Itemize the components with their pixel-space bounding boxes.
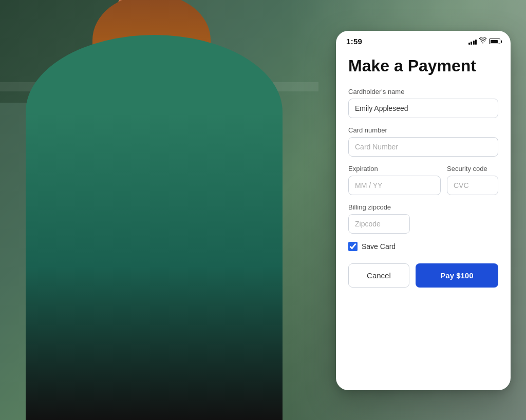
signal-bar-4 [475, 40, 477, 45]
status-bar: 1:59 [336, 31, 511, 50]
battery-icon [489, 39, 500, 44]
security-code-label: Security code [447, 165, 498, 173]
button-row: Cancel Pay $100 [348, 263, 498, 288]
security-code-input[interactable] [447, 176, 498, 195]
battery-fill [491, 40, 498, 43]
signal-bars-icon [468, 39, 477, 45]
phone-modal: 1:59 Make a Payment [336, 31, 511, 390]
modal-content: Make a Payment Cardholder's name Card nu… [336, 50, 511, 390]
card-number-input[interactable] [348, 137, 498, 157]
signal-bar-1 [468, 43, 470, 45]
pay-button[interactable]: Pay $100 [416, 263, 498, 288]
save-card-label[interactable]: Save Card [362, 242, 396, 251]
expiration-label: Expiration [348, 165, 441, 173]
expiration-input[interactable] [348, 176, 441, 195]
signal-bar-3 [473, 41, 475, 45]
security-code-group: Security code [447, 165, 498, 195]
expiry-security-row: Expiration Security code [348, 165, 498, 203]
wifi-icon [479, 37, 486, 45]
status-time: 1:59 [346, 37, 362, 46]
cardholder-name-group: Cardholder's name [348, 88, 498, 118]
billing-zipcode-group: Billing zipcode [348, 203, 498, 234]
status-icons [468, 37, 501, 45]
cancel-button[interactable]: Cancel [348, 263, 409, 288]
card-number-group: Card number [348, 126, 498, 157]
billing-zipcode-label: Billing zipcode [348, 203, 498, 211]
billing-zipcode-input[interactable] [348, 214, 410, 234]
cardholder-name-input[interactable] [348, 99, 498, 118]
save-card-checkbox[interactable] [348, 242, 358, 251]
expiration-group: Expiration [348, 165, 441, 195]
save-card-row: Save Card [348, 242, 498, 251]
page-title: Make a Payment [348, 56, 498, 75]
signal-bar-2 [471, 42, 472, 45]
cardholder-name-label: Cardholder's name [348, 88, 498, 96]
card-number-label: Card number [348, 126, 498, 134]
